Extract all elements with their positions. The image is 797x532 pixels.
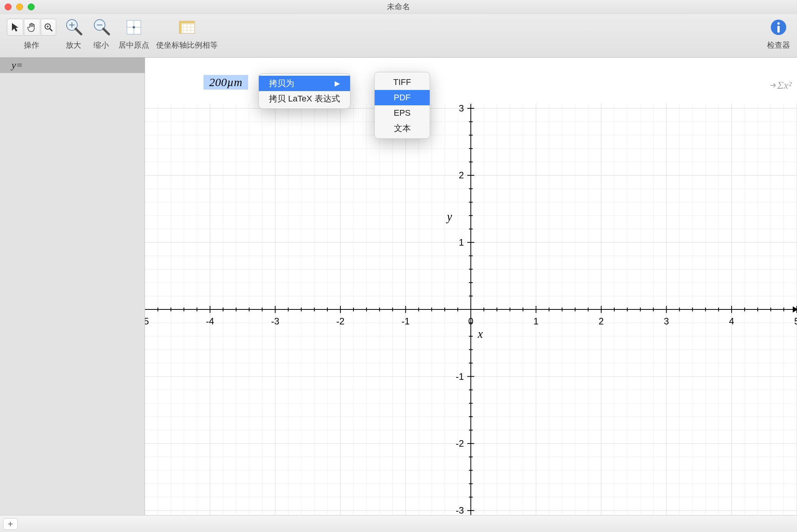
svg-text:2: 2: [459, 170, 464, 180]
menu-item[interactable]: 拷贝 LaTeX 表达式: [259, 91, 350, 106]
window-title: 未命名: [0, 2, 797, 12]
toolbar-group-inspector: 检查器: [767, 17, 790, 50]
pointer-icon: [11, 22, 19, 32]
menu-item[interactable]: 拷贝为▶: [259, 76, 350, 91]
submenu-item[interactable]: EPS: [375, 105, 430, 121]
svg-text:-3: -3: [271, 316, 279, 326]
equal-aspect-button[interactable]: [177, 17, 197, 38]
coordinate-grid: -5-4-3-2-1012345-3-2-1123 x y: [145, 104, 797, 515]
svg-text:-3: -3: [456, 505, 464, 515]
svg-line-7: [76, 29, 81, 34]
titlebar: 未命名: [0, 0, 797, 14]
svg-text:3: 3: [664, 316, 669, 326]
svg-rect-26: [777, 26, 780, 33]
add-button[interactable]: +: [3, 518, 18, 530]
center-origin-icon: [124, 17, 144, 37]
svg-text:1: 1: [459, 237, 464, 248]
center-origin-button[interactable]: [123, 17, 144, 38]
toolbar-label: 放大: [66, 40, 81, 50]
app-window: 未命名 操作 放大: [0, 0, 797, 532]
toolbar-group-center-origin: 居中原点: [118, 17, 149, 50]
x-axis-label: x: [477, 328, 483, 341]
body: y= 200µm Σx² -5-4-3-2-1012345-: [0, 58, 797, 515]
svg-point-25: [777, 22, 780, 25]
toolbar-label: 居中原点: [118, 40, 149, 50]
toolbar-label: 检查器: [767, 40, 790, 50]
traffic-lights: [5, 3, 35, 10]
toolbar-group-zoom-in: 放大: [63, 17, 84, 50]
equation-sidebar: y=: [0, 58, 145, 515]
svg-text:-2: -2: [336, 316, 344, 326]
zoom-in-button[interactable]: [63, 17, 84, 38]
svg-point-14: [133, 26, 135, 28]
svg-text:5: 5: [794, 316, 797, 326]
svg-text:-2: -2: [456, 438, 464, 449]
context-menu: 拷贝为▶拷贝 LaTeX 表达式: [258, 73, 350, 109]
magnifier-plus-icon: [43, 22, 53, 32]
toolbar-group-zoom-out: 缩小: [91, 17, 112, 50]
toolbar: 操作 放大 缩小 居中原点 使坐标轴比例相等: [0, 14, 797, 58]
zoom-window-button[interactable]: [28, 3, 35, 10]
hand-icon: [27, 22, 37, 32]
svg-text:4: 4: [729, 316, 734, 326]
toolbar-label: 操作: [24, 40, 39, 50]
toolbar-group-operate: 操作: [7, 17, 56, 50]
svg-line-1: [50, 28, 52, 31]
zoom-in-icon: [63, 17, 83, 37]
svg-text:-4: -4: [206, 316, 214, 326]
svg-text:-5: -5: [145, 316, 149, 326]
y-axis-label: y: [446, 210, 452, 223]
context-submenu: TIFFPDFEPS文本: [374, 72, 430, 139]
svg-text:-1: -1: [456, 371, 464, 381]
pointer-tool-button[interactable]: [7, 19, 22, 36]
minimize-window-button[interactable]: [16, 3, 23, 10]
zoom-rect-tool-button[interactable]: [41, 19, 56, 36]
submenu-item[interactable]: 文本: [375, 121, 430, 136]
svg-text:2: 2: [599, 316, 604, 326]
footer: +: [0, 515, 797, 532]
submenu-item[interactable]: PDF: [375, 90, 430, 105]
graph-canvas[interactable]: 200µm Σx² -5-4-3-2-1012345-3-2-1123 x: [145, 58, 797, 515]
submenu-item[interactable]: TIFF: [375, 75, 430, 90]
close-window-button[interactable]: [5, 3, 12, 10]
arrow-sum-icon: [770, 81, 777, 89]
toolbar-group-equal-aspect: 使坐标轴比例相等: [156, 17, 218, 50]
svg-line-10: [103, 29, 109, 34]
svg-text:-1: -1: [402, 316, 410, 326]
equal-aspect-icon: [177, 17, 197, 37]
svg-text:1: 1: [534, 316, 539, 326]
info-icon: [770, 18, 787, 36]
equation-input[interactable]: y=: [0, 58, 145, 73]
svg-text:0: 0: [468, 316, 473, 326]
hand-tool-button[interactable]: [24, 19, 39, 36]
svg-text:3: 3: [459, 104, 464, 113]
zoom-out-icon: [91, 17, 111, 37]
toolbar-label: 缩小: [93, 40, 109, 50]
summation-indicator[interactable]: Σx²: [770, 79, 792, 91]
svg-rect-23: [179, 21, 182, 33]
selected-text-label[interactable]: 200µm: [203, 75, 248, 90]
zoom-out-button[interactable]: [91, 17, 112, 38]
toolbar-label: 使坐标轴比例相等: [156, 40, 218, 50]
inspector-button[interactable]: [768, 17, 789, 38]
